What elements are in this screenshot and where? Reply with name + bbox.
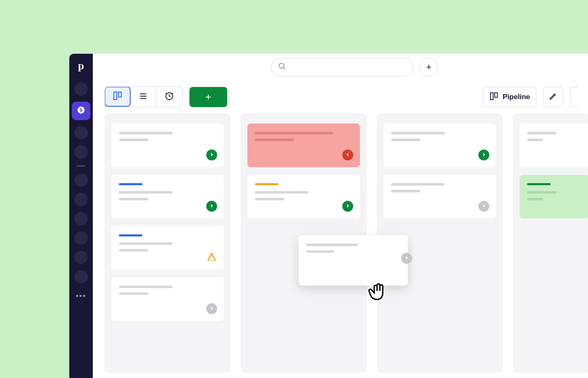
- warning-icon: [206, 251, 217, 264]
- stage-column-1: [105, 113, 231, 373]
- kanban-board: [93, 113, 588, 378]
- status-badge: [478, 150, 489, 160]
- svg-rect-11: [495, 92, 497, 97]
- deal-card[interactable]: [111, 175, 224, 218]
- app-logo: p: [78, 60, 84, 72]
- svg-rect-12: [211, 256, 212, 258]
- sidebar-divider: [77, 165, 85, 167]
- pencil-icon: [549, 92, 557, 102]
- sidebar: p $ •••: [69, 54, 93, 378]
- card-tag: [527, 183, 551, 185]
- app-window: p $ ••• +: [69, 54, 588, 378]
- chevron-left-icon: [345, 151, 350, 159]
- nav-item-6[interactable]: [74, 193, 88, 206]
- chevron-right-icon: [404, 255, 409, 262]
- sidebar-more[interactable]: •••: [76, 292, 87, 301]
- topbar: +: [93, 54, 588, 81]
- dollar-icon: $: [77, 106, 85, 116]
- status-badge: [206, 303, 217, 314]
- forecast-icon: [165, 92, 174, 102]
- deal-card[interactable]: [247, 123, 360, 167]
- chevron-right-icon: [209, 151, 214, 159]
- board-icon: [489, 92, 499, 103]
- nav-item-3[interactable]: [74, 126, 88, 139]
- deal-card[interactable]: [383, 175, 496, 218]
- edit-pipeline-button[interactable]: [543, 87, 563, 107]
- board-icon: [113, 91, 123, 102]
- nav-item-7[interactable]: [74, 212, 88, 226]
- view-mode-segmented: [105, 87, 183, 108]
- view-mode-board[interactable]: [105, 87, 131, 107]
- deal-card[interactable]: [520, 175, 588, 218]
- search-input-wrap[interactable]: [271, 58, 414, 76]
- global-add-button[interactable]: +: [420, 58, 438, 76]
- chevron-right-icon: [345, 202, 350, 210]
- status-badge: [206, 201, 217, 212]
- svg-rect-4: [114, 92, 117, 100]
- svg-rect-5: [118, 92, 121, 97]
- card-tag: [119, 183, 142, 185]
- toolbar: + Pipeline: [93, 81, 588, 113]
- view-mode-list[interactable]: [130, 87, 156, 107]
- svg-rect-10: [491, 92, 493, 100]
- list-icon: [139, 92, 148, 102]
- status-badge: [342, 150, 353, 160]
- nav-item-deals[interactable]: $: [72, 102, 90, 120]
- search-icon: [278, 62, 286, 72]
- pipeline-label: Pipeline: [503, 93, 530, 101]
- svg-point-2: [279, 63, 284, 68]
- main-area: +: [93, 54, 588, 378]
- deal-card[interactable]: [111, 277, 224, 321]
- deal-card[interactable]: [247, 175, 360, 218]
- stage-column-4: [513, 113, 588, 373]
- chevron-right-icon: [481, 151, 486, 159]
- nav-item-5[interactable]: [74, 173, 88, 187]
- dragging-deal-card[interactable]: [299, 235, 408, 286]
- search-input[interactable]: [291, 64, 407, 71]
- plus-icon: +: [205, 91, 211, 103]
- toolbar-overflow[interactable]: [570, 87, 578, 107]
- nav-item-8[interactable]: [74, 231, 88, 245]
- svg-rect-13: [211, 259, 212, 260]
- status-badge: [401, 253, 412, 264]
- deal-card[interactable]: [111, 226, 224, 270]
- status-badge: [206, 150, 217, 160]
- nav-item-1[interactable]: [74, 82, 88, 96]
- plus-icon: +: [426, 62, 432, 73]
- deal-card[interactable]: [520, 123, 588, 167]
- nav-item-4[interactable]: [74, 145, 88, 159]
- status-badge: [206, 252, 217, 263]
- svg-text:$: $: [80, 107, 83, 113]
- chevron-right-icon: [481, 202, 486, 210]
- status-badge: [342, 201, 353, 212]
- add-deal-button[interactable]: +: [189, 87, 227, 107]
- deal-card[interactable]: [383, 123, 496, 167]
- chevron-right-icon: [209, 202, 214, 210]
- card-tag: [255, 183, 278, 185]
- chevron-right-icon: [209, 305, 214, 312]
- view-mode-forecast[interactable]: [156, 87, 182, 107]
- pipeline-selector[interactable]: Pipeline: [483, 87, 536, 107]
- deal-card[interactable]: [111, 123, 224, 167]
- nav-item-9[interactable]: [74, 251, 88, 264]
- card-tag: [119, 234, 142, 236]
- svg-line-3: [284, 68, 286, 70]
- nav-item-10[interactable]: [74, 270, 88, 284]
- status-badge: [478, 201, 489, 212]
